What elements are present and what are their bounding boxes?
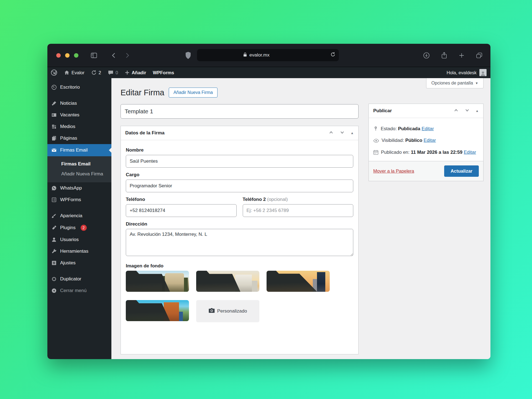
reload-icon[interactable] [330,52,336,58]
sidebar-item-noticias[interactable]: Noticias [47,98,111,109]
traffic-lights [56,53,78,58]
wp-sidebar: Escritorio Noticias Vacantes Medios Pági… [47,78,111,359]
datos-firma-metabox: Datos de la Firma ▲ Nombre Cargo [121,126,359,354]
sidebar-item-usuarios[interactable]: Usuarios [47,234,111,245]
direccion-textarea[interactable]: Av. Revolución 1234, Monterrey, N. L [126,229,353,256]
toggle-panel-icon[interactable]: ▲ [351,131,354,135]
sidebar-item-plugins[interactable]: Plugins 2 [47,222,111,234]
status-value: Publicada [398,126,420,131]
sidebar-item-apariencia[interactable]: Apariencia [47,210,111,222]
admin-bar-site-link[interactable]: Evalor [61,67,88,78]
nombre-input[interactable] [126,155,353,168]
plugins-update-badge: 2 [81,225,87,231]
published-value: 11 Mar 2026 a las 22:59 [411,150,462,155]
telefono2-optional-hint: (opcional) [267,197,288,202]
eye-icon [373,139,379,143]
edit-status-link[interactable]: Editar [421,126,434,131]
admin-bar-updates[interactable]: 2 [88,67,104,78]
move-up-icon[interactable] [328,130,334,136]
admin-bar-add-new[interactable]: Añadir [121,67,149,78]
move-up-icon[interactable] [453,108,459,114]
zoom-window-button[interactable] [74,53,78,58]
sidebar-item-ajustes[interactable]: Ajustes [47,257,111,269]
privacy-shield-icon [185,52,191,59]
wp-admin-bar: Evalor 2 0 Añadir WPForms Hola, evaldesk [47,67,490,78]
status-row: Estado: Publicada Editar [373,125,479,132]
visibility-row: Visibilidad: Público Editar [373,137,479,144]
sidebar-item-medios[interactable]: Medios [47,121,111,132]
admin-bar-greeting[interactable]: Hola, evaldesk [447,70,477,75]
wp-content-area: Opciones de pantalla ▼ Editar Firma Añad… [111,78,490,359]
sidebar-item-whatsapp[interactable]: WhatsApp [47,182,111,194]
sidebar-item-duplicator[interactable]: Duplicator [47,273,111,285]
submenu-anadir-nueva-firma[interactable]: Añadir Nueva Firma [47,169,111,179]
lock-icon [243,52,247,58]
sidebar-item-escritorio[interactable]: Escritorio [47,81,111,93]
tab-overview-icon[interactable] [476,52,483,59]
wp-logo-icon[interactable] [47,67,61,78]
back-button-icon[interactable] [111,52,117,59]
add-new-firma-button[interactable]: Añadir Nueva Firma [169,88,218,98]
visibility-value: Público [405,138,422,143]
background-template-4-thumbnail[interactable] [126,300,189,321]
background-template-1-thumbnail[interactable] [126,271,189,292]
calendar-icon [373,150,378,155]
screen-options-tab[interactable]: Opciones de pantalla ▼ [426,78,484,88]
update-button[interactable]: Actualizar [444,165,479,177]
minimize-window-button[interactable] [65,53,70,58]
submenu-firmas-email[interactable]: Firmas Email [47,159,111,169]
imagen-fondo-label: Imagen de fondo [126,263,353,269]
personalizado-button[interactable]: Personalizado [196,300,259,322]
post-title-input[interactable] [121,104,359,119]
pin-icon [373,126,378,131]
edit-published-link[interactable]: Editar [464,150,476,155]
avatar[interactable] [479,69,487,76]
camera-icon [209,308,215,314]
background-template-3-thumbnail[interactable] [267,271,330,292]
sidebar-item-wpforms[interactable]: WPForms [47,194,111,206]
background-template-2-thumbnail[interactable] [196,271,259,292]
sidebar-item-paginas[interactable]: Páginas [47,132,111,144]
sidebar-collapse-menu[interactable]: Cerrar menú [47,285,111,296]
share-icon[interactable] [441,52,447,59]
admin-bar-wpforms[interactable]: WPForms [149,67,177,78]
published-row: Publicado en: 11 Mar 2026 a las 22:59 Ed… [373,149,479,156]
address-bar[interactable]: evalor.mx [197,49,339,61]
move-down-icon[interactable] [339,130,345,136]
background-image-options: Personalizado [126,271,353,322]
browser-window: evalor.mx Evalor [47,44,490,359]
publish-title: Publicar [373,108,453,114]
cargo-input[interactable] [126,180,353,192]
publish-metabox: Publicar ▲ Estado: Publicada Editar [369,104,484,181]
firmas-email-submenu: Firmas Email Añadir Nueva Firma [47,156,111,182]
move-down-icon[interactable] [464,108,470,114]
telefono2-label: Teléfono 2 (opcional) [243,197,354,202]
move-to-trash-link[interactable]: Mover a la Papelera [373,168,414,174]
telefono2-input[interactable] [243,204,354,217]
telefono-label: Teléfono [126,197,237,202]
telefono-input[interactable] [126,204,237,217]
metabox-title: Datos de la Firma [125,130,328,136]
sidebar-item-vacantes[interactable]: Vacantes [47,109,111,121]
sidebar-item-firmas-email[interactable]: Firmas Email [47,144,111,156]
cargo-label: Cargo [126,172,353,178]
forward-button-icon[interactable] [124,52,130,59]
downloads-icon[interactable] [423,52,430,59]
new-tab-icon[interactable] [459,52,465,58]
edit-visibility-link[interactable]: Editar [424,138,436,143]
page-title: Editar Firma [121,88,164,97]
sidebar-item-herramientas[interactable]: Herramientas [47,245,111,257]
toggle-panel-icon[interactable]: ▲ [475,109,479,113]
nombre-label: Nombre [126,147,353,153]
url-text: evalor.mx [249,52,270,58]
close-window-button[interactable] [56,53,61,58]
direccion-label: Dirección [126,221,353,227]
admin-bar-comments[interactable]: 0 [104,67,121,78]
sidebar-toggle-icon[interactable] [91,52,97,58]
chevron-down-icon: ▼ [475,81,478,85]
browser-titlebar: evalor.mx [47,44,490,67]
